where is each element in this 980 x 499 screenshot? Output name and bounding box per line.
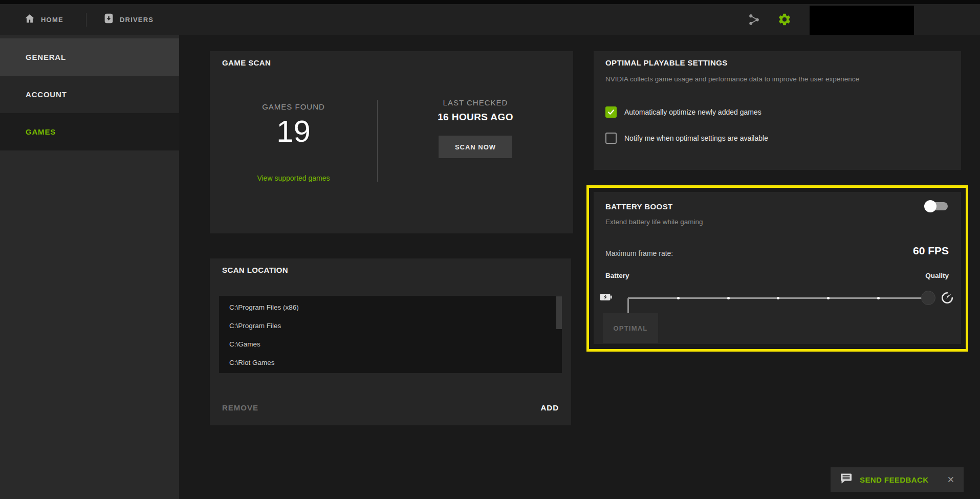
send-feedback-link[interactable]: SEND FEEDBACK — [860, 475, 928, 484]
battery-icon — [600, 293, 612, 301]
settings-button[interactable] — [776, 11, 793, 28]
slider-track[interactable] — [628, 297, 928, 299]
slider-battery-label: Battery — [605, 272, 629, 279]
sidebar-item-games[interactable]: GAMES — [0, 113, 179, 150]
checkbox-checked[interactable] — [605, 106, 617, 118]
battery-boost-title: BATTERY BOOST — [605, 202, 673, 211]
auto-optimize-label: Automatically optimize newly added games — [624, 108, 761, 116]
battery-boost-subtitle: Extend battery life while gaming — [605, 218, 703, 226]
last-checked-label: LAST CHECKED — [378, 98, 573, 107]
notify-optimal-checkbox-row[interactable]: Notify me when optimal settings are avai… — [605, 133, 768, 144]
view-supported-games-link[interactable]: View supported games — [210, 174, 377, 182]
slider-tick — [777, 297, 779, 299]
sidebar-item-general-label: GENERAL — [26, 53, 66, 61]
scan-location-panel: SCAN LOCATION C:\Program Files (x86) C:\… — [210, 258, 571, 425]
last-checked-column: LAST CHECKED 16 HOURS AGO SCAN NOW — [378, 51, 573, 233]
settings-gear-icon — [777, 12, 792, 27]
slider-tick — [677, 297, 680, 299]
scan-list-scrollbar-thumb[interactable] — [556, 296, 562, 329]
slider-tick — [877, 297, 880, 299]
games-found-column: GAMES FOUND 19 View supported games — [210, 51, 377, 233]
optimal-connector-line — [627, 298, 629, 314]
scan-location-title: SCAN LOCATION — [222, 266, 288, 274]
optimal-settings-subtitle: NVIDIA collects game usage and performan… — [605, 75, 859, 83]
scan-path-item[interactable]: C:\Riot Games — [219, 353, 562, 372]
toggle-knob — [924, 200, 937, 212]
scan-list-scrollbar[interactable] — [556, 296, 562, 373]
tab-home[interactable]: HOME — [24, 4, 63, 35]
checkbox-unchecked[interactable] — [605, 133, 617, 144]
games-found-value: 19 — [210, 114, 377, 149]
last-checked-value: 16 HOURS AGO — [378, 112, 573, 123]
home-icon — [24, 13, 35, 26]
slider-tick — [727, 297, 730, 299]
slider-thumb[interactable] — [921, 291, 935, 305]
settings-sidebar: GENERAL ACCOUNT GAMES — [0, 35, 179, 499]
optimal-settings-title: OPTIMAL PLAYABLE SETTINGS — [605, 58, 728, 67]
scan-path-item[interactable]: C:\Program Files (x86) — [219, 298, 562, 316]
sidebar-item-games-label: GAMES — [26, 127, 56, 136]
sidebar-item-account-label: ACCOUNT — [26, 90, 67, 99]
redacted-user-area — [810, 6, 914, 37]
checkmark-icon — [607, 108, 615, 116]
share-button[interactable] — [746, 11, 762, 28]
send-feedback-toast: SEND FEEDBACK ✕ — [831, 467, 964, 492]
scan-path-item[interactable]: C:\Program Files — [219, 316, 562, 335]
tab-separator — [86, 13, 86, 27]
tab-home-label: HOME — [41, 16, 63, 24]
tab-drivers-label: DRIVERS — [120, 16, 154, 24]
geforce-experience-window: HOME DRIVERS GENERAL ACCOUNT — [0, 0, 980, 499]
game-scan-panel: GAME SCAN GAMES FOUND 19 View supported … — [210, 51, 573, 233]
feedback-bubble-icon — [840, 473, 853, 486]
share-icon — [748, 13, 760, 26]
speedometer-icon — [941, 291, 954, 305]
scan-path-item[interactable]: C:\Games — [219, 335, 562, 353]
max-frame-rate-value: 60 FPS — [913, 245, 949, 257]
topbar: HOME DRIVERS — [0, 4, 980, 35]
optimal-button[interactable]: OPTIMAL — [603, 313, 658, 343]
auto-optimize-checkbox-row[interactable]: Automatically optimize newly added games — [605, 106, 761, 118]
battery-quality-slider — [594, 291, 961, 311]
slider-quality-label: Quality — [925, 272, 949, 279]
close-icon[interactable]: ✕ — [947, 474, 954, 485]
notify-optimal-label: Notify me when optimal settings are avai… — [624, 134, 768, 142]
games-found-label: GAMES FOUND — [210, 102, 377, 111]
slider-tick — [827, 297, 830, 299]
sidebar-item-general[interactable]: GENERAL — [0, 38, 179, 76]
scan-location-list: C:\Program Files (x86) C:\Program Files … — [219, 296, 562, 373]
battery-boost-panel: BATTERY BOOST Extend battery life while … — [594, 192, 961, 344]
optimal-playable-settings-panel: OPTIMAL PLAYABLE SETTINGS NVIDIA collect… — [594, 51, 961, 170]
sidebar-item-account[interactable]: ACCOUNT — [0, 76, 179, 113]
add-button[interactable]: ADD — [541, 403, 559, 412]
remove-button[interactable]: REMOVE — [222, 403, 258, 412]
tab-drivers[interactable]: DRIVERS — [103, 4, 154, 35]
scan-now-button[interactable]: SCAN NOW — [439, 136, 512, 158]
max-frame-rate-label: Maximum frame rate: — [605, 249, 673, 257]
battery-boost-toggle[interactable] — [924, 200, 948, 212]
drivers-icon — [103, 13, 114, 26]
